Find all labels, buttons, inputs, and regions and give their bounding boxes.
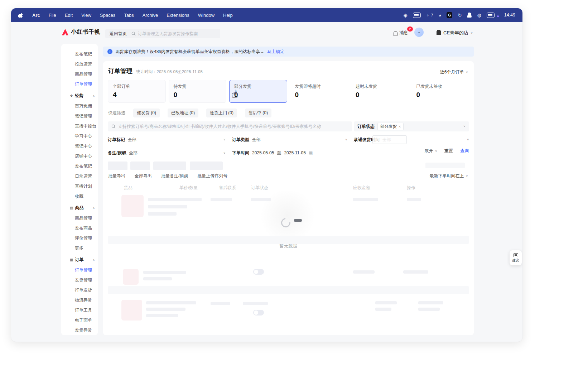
menubar-item-tabs[interactable]: Tabs — [124, 13, 134, 18]
sort-order-select[interactable]: 最新下单时间在上 ∨ — [429, 173, 468, 179]
stat-label: 全部订单 — [113, 83, 161, 90]
sidebar-item[interactable]: 商品管理 — [61, 213, 98, 223]
sidebar-item[interactable]: 店铺中心 — [61, 151, 98, 161]
filter-value: 全部 — [128, 137, 136, 143]
user-tray-icon[interactable] — [467, 13, 472, 18]
stat-card-shipped-unsigned[interactable]: 已发货未签收 0 — [411, 80, 469, 103]
sync-icon[interactable]: ↻ — [458, 13, 462, 18]
sidebar-section-operation[interactable]: ❖ 经营 ∧ — [61, 89, 98, 101]
banner-link[interactable]: 马上锁定 — [267, 49, 284, 55]
sidebar-item-order-mgmt[interactable]: 订单管理 — [61, 79, 98, 89]
note-flag-select[interactable]: 备注/旗帜 全部 ∨ — [108, 148, 232, 158]
menubar-item-archive[interactable]: Archive — [143, 13, 158, 18]
ghost-toggle[interactable] — [253, 310, 264, 315]
filter-tab-address-changed[interactable]: 已改地址 (0) — [168, 109, 198, 117]
sidebar-item[interactable]: 发货异常 — [61, 325, 98, 335]
header-search-input[interactable] — [138, 31, 217, 36]
sidebar-item[interactable]: 直播中控台 — [61, 121, 98, 131]
menubar-item-help[interactable]: Help — [223, 13, 233, 18]
expand-filters-button[interactable]: 展开 ∨ — [424, 148, 437, 154]
clock-tray-icon[interactable]: ◕ — [439, 13, 442, 18]
order-mark-select[interactable]: 订单标记 全部 ∨ — [108, 135, 232, 145]
g-app-icon[interactable]: G — [447, 12, 452, 18]
batch-upload-serial-button[interactable]: 批量上传序列号 — [197, 173, 227, 179]
menubar-item-spaces[interactable]: Spaces — [100, 13, 115, 18]
batch-note-flag-button[interactable]: 批量备注/插旗 — [161, 173, 188, 179]
order-search-input[interactable] — [118, 124, 348, 129]
query-button[interactable]: 查询 — [460, 148, 469, 154]
filter-tab-urge-ship[interactable]: 催发货 (0) — [133, 109, 160, 117]
ghost-bar — [418, 301, 443, 304]
menubar-item-edit[interactable]: Edit — [65, 13, 73, 18]
order-range-select[interactable]: 近6个月订单 ∨ — [440, 69, 468, 75]
stat-card-overdue-unshipped[interactable]: 超时未发货 0 — [351, 80, 409, 103]
tag-close-icon[interactable]: × — [399, 124, 401, 129]
sidebar-item[interactable]: 订单工具 — [61, 305, 98, 315]
order-type-select[interactable]: 订单类型 全部 ∨ — [232, 135, 354, 145]
date-to[interactable]: 2025-11-05 — [284, 150, 306, 155]
sidebar-item[interactable]: 发货管理 — [61, 275, 98, 285]
export-all-button[interactable]: 全部导出 — [135, 173, 152, 179]
messages-button[interactable]: 消息 2 — [394, 30, 408, 36]
feedback-button[interactable]: 建议 — [510, 250, 522, 265]
calendar-icon[interactable]: ▦ — [309, 150, 313, 155]
menubar-item-file[interactable]: File — [49, 13, 56, 18]
sidebar-item[interactable]: 发布笔记 — [61, 161, 98, 171]
stat-card-shipping-timeout-soon[interactable]: 发货即将超时 0 — [290, 80, 348, 103]
sidebar-item[interactable]: 日常运营 — [61, 171, 98, 181]
tray-badge-count: 7 — [431, 13, 433, 17]
globe-tray-icon[interactable]: ◍ — [477, 13, 481, 18]
filter-tab-after-sale[interactable]: 售后中 (0) — [245, 109, 271, 117]
sidebar-item[interactable]: 笔记管理 — [61, 111, 98, 121]
sidebar-item[interactable]: 发布商品 — [61, 223, 98, 233]
game-controller-icon[interactable]: ◔ — [426, 13, 429, 18]
reset-button[interactable]: 重置 — [444, 148, 453, 154]
menubar-item-extensions[interactable]: Extensions — [167, 13, 189, 18]
sidebar-item[interactable]: 电子面单 — [61, 315, 98, 325]
avatar[interactable]: ·· — [414, 28, 424, 37]
filter-label: 订单标记 — [108, 137, 125, 143]
menubar-item-view[interactable]: View — [81, 13, 91, 18]
stat-card-all-orders[interactable]: 全部订单 4 — [108, 80, 166, 103]
section-label: 经营 — [75, 93, 83, 99]
sidebar-item[interactable]: 学习中心 — [61, 131, 98, 141]
ghost-toggle[interactable] — [253, 269, 264, 275]
sidebar-item[interactable]: 直播计划 — [61, 181, 98, 191]
batch-export-button[interactable]: 批量导出 — [108, 173, 125, 179]
sidebar-item-product-mgmt[interactable]: 商品管理 — [61, 69, 98, 79]
sidebar-section-product[interactable]: ▤ 商品 ∧ — [61, 201, 98, 213]
menubar-item-window[interactable]: Window — [198, 13, 215, 18]
display-tray-icon[interactable] — [487, 13, 495, 18]
sidebar-item-publish-note[interactable]: 发布笔记 — [61, 49, 98, 59]
sidebar-item[interactable]: 更多 — [61, 243, 98, 253]
sidebar-item[interactable]: 物流异常 — [61, 295, 98, 305]
storefront-icon — [437, 31, 441, 35]
sidebar-item-ads-ops[interactable]: 投放运营 — [61, 59, 98, 69]
record-status-icon[interactable]: ◉ — [403, 13, 407, 18]
chat-app-icon[interactable] — [413, 13, 421, 18]
sidebar-section-order[interactable]: ▦ 订单 ∧ — [61, 253, 98, 265]
back-home-button[interactable]: 返回首页 — [105, 29, 131, 38]
order-search[interactable] — [108, 121, 352, 131]
order-status-select[interactable]: 订单状态 部分发货 × ∨ — [354, 121, 469, 131]
sidebar-item[interactable]: 打单发货 — [61, 285, 98, 295]
filter-value: 全部 — [129, 150, 138, 156]
stat-card-to-ship[interactable]: 待发货 0 — [169, 80, 227, 103]
menubar-item-arc[interactable]: Arc — [32, 13, 40, 18]
sidebar-item[interactable]: 收藏 — [61, 191, 98, 201]
date-from[interactable]: 2025-05-05 — [252, 150, 274, 155]
col-after-sale-contact: 售后联系 — [219, 185, 236, 191]
header-search[interactable] — [129, 29, 220, 38]
order-time-range[interactable]: 下单时间 2025-05-05 至 2025-11-05 ▦ — [232, 148, 375, 158]
xiaohongshu-logo-icon — [62, 29, 68, 35]
apple-icon[interactable] — [18, 13, 24, 18]
sidebar-item[interactable]: 笔记中心 — [61, 141, 98, 151]
app-logo[interactable]: 小红书千帆 — [62, 28, 101, 36]
filter-tab-home-delivery[interactable]: 送货上门 (0) — [206, 109, 237, 117]
shop-switcher[interactable]: CE青年的店 ∨ — [437, 30, 473, 36]
sidebar-item-order-mgmt-2[interactable]: 订单管理 — [61, 265, 98, 275]
sidebar-item[interactable]: 百万免佣 — [61, 101, 98, 111]
stat-time: 统计时间：2025-05-05至2025-11-05 — [136, 69, 203, 74]
promise-ship-time-select[interactable]: 承诺发货时间 全部 ∨ — [354, 135, 469, 145]
sidebar-item[interactable]: 评价管理 — [61, 233, 98, 243]
